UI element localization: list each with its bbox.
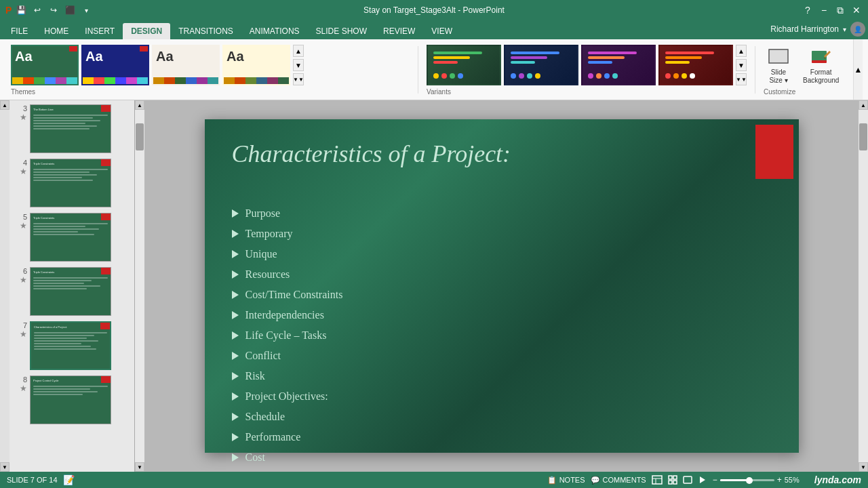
bullet-arrow-7 bbox=[232, 331, 239, 340]
tab-view[interactable]: VIEW bbox=[423, 23, 460, 39]
variant-item-1[interactable] bbox=[427, 45, 501, 85]
tab-slideshow[interactable]: SLIDE SHOW bbox=[308, 23, 375, 39]
comments-button[interactable]: 💬 COMMENTS bbox=[591, 476, 646, 485]
bullet-item-conflict: Conflict bbox=[232, 350, 343, 362]
slide-size-button[interactable]: SlideSize ▾ bbox=[764, 43, 793, 87]
right-scroll-up[interactable]: ▲ bbox=[859, 100, 868, 110]
tab-transitions[interactable]: TRANSITIONS bbox=[170, 23, 241, 39]
variant-item-2[interactable] bbox=[504, 45, 578, 85]
title-bar: P 💾 ↩ ↪ ⬛ ▾ Stay on Target_Stage3Alt - P… bbox=[0, 0, 868, 20]
slide-canvas[interactable]: Characteristics of a Project: Purpose Te… bbox=[205, 119, 799, 453]
slide-notes-icon: 📝 bbox=[63, 474, 75, 485]
panel-scrollbar: ▲ ▼ bbox=[0, 100, 9, 472]
more-button[interactable]: ▾ bbox=[79, 3, 93, 17]
panel-scroll-down[interactable]: ▼ bbox=[0, 462, 9, 472]
divider-2 bbox=[755, 46, 755, 94]
content-scroll-down[interactable]: ▼ bbox=[135, 462, 144, 472]
themes-scroll[interactable]: ▲ ▼ ▼▼ bbox=[293, 45, 304, 85]
zoom-level[interactable]: 55% bbox=[785, 476, 804, 484]
right-scroll-down[interactable]: ▼ bbox=[859, 462, 868, 472]
bullet-arrow-4 bbox=[232, 270, 239, 279]
svg-rect-0 bbox=[769, 49, 788, 63]
grid-view-button[interactable] bbox=[668, 475, 677, 485]
normal-view-button[interactable] bbox=[652, 475, 663, 485]
content-scroll-up[interactable]: ▲ bbox=[135, 100, 144, 110]
bullet-item-objectives: Project Objectives: bbox=[232, 390, 343, 403]
close-button[interactable]: ✕ bbox=[850, 4, 863, 16]
variants-scroll-down[interactable]: ▼ bbox=[736, 59, 747, 71]
maximize-button[interactable]: ⧉ bbox=[834, 4, 846, 16]
zoom-in-button[interactable]: + bbox=[777, 475, 782, 485]
bullet-list: Purpose Temporary Unique Resources Cost/… bbox=[232, 207, 343, 464]
slide-thumb-8[interactable]: 8 ★ Project Control Cycle bbox=[12, 374, 132, 426]
slide-thumb-7[interactable]: 7 ★ Characteristics of a Project: bbox=[12, 320, 132, 371]
themes-scroll-more[interactable]: ▼▼ bbox=[293, 73, 304, 85]
zoom-slider-thumb[interactable] bbox=[746, 477, 753, 484]
variants-grid: ▲ ▼ ▼▼ bbox=[427, 42, 747, 88]
right-scroll-thumb[interactable] bbox=[859, 123, 867, 150]
variants-scroll-more[interactable]: ▼▼ bbox=[736, 73, 747, 85]
star-8: ★ bbox=[20, 384, 27, 393]
slide-title[interactable]: Characteristics of a Project: bbox=[232, 140, 511, 168]
thumb-img-7: Characteristics of a Project: bbox=[30, 321, 111, 370]
svg-rect-9 bbox=[669, 481, 672, 484]
theme-item-2[interactable]: Aa bbox=[81, 45, 149, 85]
zoom-out-button[interactable]: − bbox=[713, 475, 717, 485]
bullet-arrow-10 bbox=[232, 392, 239, 401]
minimize-button[interactable]: − bbox=[818, 4, 830, 16]
variants-scroll[interactable]: ▲ ▼ ▼▼ bbox=[736, 45, 747, 85]
variant-item-3[interactable] bbox=[581, 45, 656, 85]
user-chevron[interactable]: ▾ bbox=[843, 26, 846, 33]
ribbon-tabs: FILE HOME INSERT DESIGN TRANSITIONS ANIM… bbox=[0, 20, 868, 39]
bullet-item-risk: Risk bbox=[232, 370, 343, 382]
themes-scroll-down[interactable]: ▼ bbox=[293, 59, 304, 71]
bullet-arrow-5 bbox=[232, 291, 239, 299]
slide-num-7: 7 bbox=[18, 321, 27, 329]
slideshow-button[interactable] bbox=[698, 475, 707, 485]
save-button[interactable]: 💾 bbox=[14, 3, 28, 17]
variant-item-4[interactable] bbox=[658, 45, 733, 85]
theme-item-1[interactable]: Aa bbox=[11, 45, 79, 85]
user-area: Richard Harrington ▾ 👤 bbox=[770, 22, 865, 39]
themes-scroll-up[interactable]: ▲ bbox=[293, 45, 304, 57]
reading-view-button[interactable] bbox=[683, 475, 692, 485]
zoom-control[interactable]: − + 55% bbox=[713, 475, 804, 485]
slide-num-8: 8 bbox=[18, 375, 27, 384]
redo-button[interactable]: ↪ bbox=[47, 3, 60, 17]
slide-thumb-6[interactable]: 6 ★ Triple Constraints bbox=[12, 266, 132, 317]
tab-insert[interactable]: INSERT bbox=[77, 23, 123, 39]
tab-animations[interactable]: ANIMATIONS bbox=[241, 23, 308, 39]
undo-button[interactable]: ↩ bbox=[31, 3, 44, 17]
tab-file[interactable]: FILE bbox=[3, 23, 36, 39]
notes-button[interactable]: 📋 NOTES bbox=[547, 476, 585, 485]
present-button[interactable]: ⬛ bbox=[63, 3, 77, 17]
slide-thumb-3[interactable]: 3 ★ The Bottom Line: bbox=[12, 103, 132, 155]
bullet-text-conflict: Conflict bbox=[245, 350, 281, 362]
user-name: Richard Harrington bbox=[770, 24, 839, 34]
zoom-slider-track[interactable] bbox=[720, 479, 774, 481]
star-6: ★ bbox=[20, 275, 27, 285]
tab-review[interactable]: REVIEW bbox=[375, 23, 423, 39]
theme-item-4[interactable]: Aa bbox=[222, 45, 290, 85]
slide-thumb-5[interactable]: 5 ★ Triple Constraints bbox=[12, 211, 132, 263]
help-button[interactable]: ? bbox=[802, 4, 814, 16]
bullet-text-performance: Performance bbox=[245, 431, 301, 443]
bullet-item-interdependencies: Interdependencies bbox=[232, 309, 343, 321]
window-title: Stay on Target_Stage3Alt - PowerPoint bbox=[363, 5, 505, 15]
theme-item-3[interactable]: Aa bbox=[152, 45, 220, 85]
slide-thumb-4[interactable]: 4 ★ Triple Constraints bbox=[12, 157, 132, 209]
format-background-label: FormatBackground bbox=[803, 68, 839, 85]
tab-home[interactable]: HOME bbox=[36, 23, 77, 39]
bullet-text-cost: Cost bbox=[245, 451, 265, 464]
svg-rect-11 bbox=[684, 476, 692, 483]
quick-access-toolbar: 💾 ↩ ↪ ⬛ ▾ bbox=[14, 3, 93, 17]
tab-design[interactable]: DESIGN bbox=[123, 23, 170, 39]
variants-scroll-up[interactable]: ▲ bbox=[736, 45, 747, 57]
format-background-button[interactable]: FormatBackground bbox=[799, 43, 843, 87]
bullet-text-objectives: Project Objectives: bbox=[245, 390, 328, 403]
content-scroll-thumb[interactable] bbox=[136, 123, 144, 150]
collapse-ribbon-button[interactable]: ▲ bbox=[853, 39, 863, 100]
bullet-text-risk: Risk bbox=[245, 370, 265, 382]
slideshow-icon bbox=[698, 475, 707, 485]
panel-scroll-up[interactable]: ▲ bbox=[0, 100, 9, 110]
